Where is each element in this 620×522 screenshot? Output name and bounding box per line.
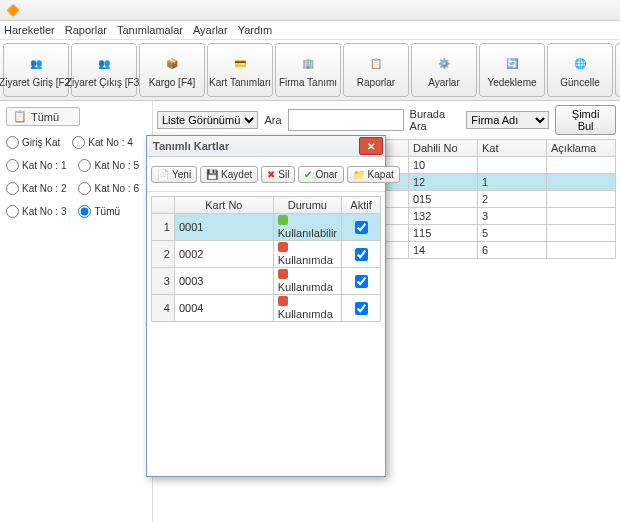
- settings-icon: ⚙️: [433, 53, 455, 75]
- radio-option[interactable]: Tümü: [78, 205, 120, 218]
- close-button[interactable]: 📁Kapat: [347, 166, 400, 183]
- grid-col-header[interactable]: Dahili No: [409, 140, 478, 157]
- toolbar-settings-button[interactable]: ⚙️Ayarlar: [411, 43, 477, 97]
- search-field-select[interactable]: Firma Adı: [466, 111, 549, 129]
- menu-item[interactable]: Yardım: [238, 24, 273, 36]
- active-checkbox[interactable]: [355, 275, 368, 288]
- menu-item[interactable]: Raporlar: [65, 24, 107, 36]
- toolbar-cargo-button[interactable]: 📦Kargo [F4]: [139, 43, 205, 97]
- menu-item[interactable]: Tanımlamalar: [117, 24, 183, 36]
- active-checkbox[interactable]: [355, 248, 368, 261]
- update-icon: 🌐: [569, 53, 591, 75]
- cards-icon: 💳: [229, 53, 251, 75]
- tab-tumu[interactable]: 📋 Tümü: [6, 107, 80, 126]
- status-icon: [278, 269, 288, 279]
- dialog-title: Tanımlı Kartlar: [153, 140, 229, 152]
- reports-icon: 📋: [365, 53, 387, 75]
- dialog-titlebar: Tanımlı Kartlar ✕: [147, 136, 385, 157]
- search-label: Ara: [264, 114, 281, 126]
- table-row[interactable]: 40004 Kullanımda: [152, 295, 381, 322]
- toolbar-visit-in-button[interactable]: 👥Ziyaret Giriş [F2]: [3, 43, 69, 97]
- check-icon: ✔: [304, 169, 312, 180]
- save-button[interactable]: 💾Kaydet: [200, 166, 258, 183]
- close-icon[interactable]: ✕: [359, 137, 383, 155]
- status-icon: [278, 215, 288, 225]
- grid-col-header[interactable]: Kat: [478, 140, 547, 157]
- toolbar-backup-button[interactable]: 🔄Yedekleme: [479, 43, 545, 97]
- visit-in-icon: 👥: [25, 53, 47, 75]
- menu-bar: HareketlerRaporlarTanımlamalarAyarlarYar…: [0, 21, 620, 40]
- radio-option[interactable]: Kat No : 4: [72, 136, 132, 149]
- menu-item[interactable]: Ayarlar: [193, 24, 228, 36]
- repair-button[interactable]: ✔Onar: [298, 166, 343, 183]
- new-button[interactable]: 📄Yeni: [151, 166, 197, 183]
- main-toolbar: 👥Ziyaret Giriş [F2]👥Ziyaret Çıkış [F3]📦K…: [0, 40, 620, 101]
- table-row[interactable]: 30003 Kullanımda: [152, 268, 381, 295]
- search-input[interactable]: [288, 109, 404, 131]
- window-titlebar: 🔶: [0, 0, 620, 21]
- radio-option[interactable]: Kat No : 5: [78, 159, 138, 172]
- radio-option[interactable]: Kat No : 1: [6, 159, 66, 172]
- radio-option[interactable]: Giriş Kat: [6, 136, 60, 149]
- cards-grid[interactable]: Kart No Durumu Aktif 10001 Kullanılabili…: [151, 196, 381, 322]
- left-panel: 📋 Tümü Giriş KatKat No : 4Kat No : 1Kat …: [0, 101, 153, 522]
- tab-tumu-label: Tümü: [31, 111, 59, 123]
- view-select[interactable]: Liste Görünümü: [157, 111, 258, 129]
- cards-dialog: Tanımlı Kartlar ✕ 📄Yeni 💾Kaydet ✖Sil ✔On…: [146, 135, 386, 477]
- grid-col-header[interactable]: Açıklama: [547, 140, 616, 157]
- toolbar-company-button[interactable]: 🏢Firma Tanımı: [275, 43, 341, 97]
- cargo-icon: 📦: [161, 53, 183, 75]
- delete-icon: ✖: [267, 169, 275, 180]
- table-row[interactable]: 20002 Kullanımda: [152, 241, 381, 268]
- app-icon: 🔶: [6, 4, 20, 17]
- visit-out-icon: 👥: [93, 53, 115, 75]
- toolbar-update-button[interactable]: 🌐Güncelle: [547, 43, 613, 97]
- col-aktif: Aktif: [342, 197, 381, 214]
- dialog-toolbar: 📄Yeni 💾Kaydet ✖Sil ✔Onar 📁Kapat: [147, 157, 385, 192]
- menu-item[interactable]: Hareketler: [4, 24, 55, 36]
- col-durumu: Durumu: [273, 197, 341, 214]
- table-row[interactable]: 10001 Kullanılabilir: [152, 214, 381, 241]
- toolbar-cards-button[interactable]: 💳Kart Tanımları: [207, 43, 273, 97]
- search-in-label: Burada Ara: [410, 108, 461, 132]
- find-button[interactable]: Şimdi Bul: [555, 105, 616, 135]
- filter-bar: Liste Görünümü Ara Burada Ara Firma Adı …: [157, 105, 616, 135]
- radio-option[interactable]: Kat No : 6: [78, 182, 138, 195]
- active-checkbox[interactable]: [355, 221, 368, 234]
- folder-icon: 📁: [353, 169, 365, 180]
- radio-option[interactable]: Kat No : 2: [6, 182, 66, 195]
- list-icon: 📋: [13, 110, 27, 123]
- new-icon: 📄: [157, 169, 169, 180]
- col-kart-no: Kart No: [174, 197, 273, 214]
- toolbar-about-button[interactable]: ℹ️Hakkında: [615, 43, 620, 97]
- save-icon: 💾: [206, 169, 218, 180]
- backup-icon: 🔄: [501, 53, 523, 75]
- active-checkbox[interactable]: [355, 302, 368, 315]
- status-icon: [278, 242, 288, 252]
- company-icon: 🏢: [297, 53, 319, 75]
- status-icon: [278, 296, 288, 306]
- toolbar-reports-button[interactable]: 📋Raporlar: [343, 43, 409, 97]
- toolbar-visit-out-button[interactable]: 👥Ziyaret Çıkış [F3]: [71, 43, 137, 97]
- radio-option[interactable]: Kat No : 3: [6, 205, 66, 218]
- delete-button[interactable]: ✖Sil: [261, 166, 295, 183]
